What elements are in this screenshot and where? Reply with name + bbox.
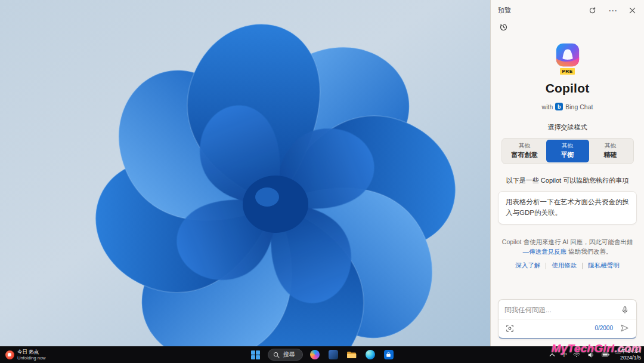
conversation-style-selector: 其他 富有創意 其他 平衡 其他 精確 xyxy=(501,138,634,164)
file-explorer-folder-icon xyxy=(346,351,357,359)
close-button[interactable] xyxy=(628,6,637,15)
bloom-wallpaper-art xyxy=(0,0,490,346)
more-options-button[interactable]: ⋯ xyxy=(607,5,618,16)
watermark: MyTechGirl.com xyxy=(552,342,642,355)
subtitle-prefix: with xyxy=(542,103,553,110)
panel-header: 預覽 ⋯ xyxy=(491,0,644,20)
watermark-tld: .com xyxy=(614,342,642,355)
history-clock-icon xyxy=(499,23,508,32)
tray-date: 2024/1/5 xyxy=(615,355,641,361)
disclaimer-line1: Copilot 會使用來進行 AI 回應，因此可能會出錯 xyxy=(502,238,633,245)
store-bag-icon xyxy=(385,352,392,358)
search-placeholder: 搜尋 xyxy=(283,350,295,359)
style-option-line2: 富有創意 xyxy=(512,150,538,159)
send-feedback-link[interactable]: —傳送意見反應 xyxy=(523,248,567,255)
send-icon xyxy=(620,324,629,333)
screen: 預覽 ⋯ xyxy=(0,0,644,363)
panel-title: 預覽 xyxy=(498,6,511,15)
chat-input-box: 0/2000 xyxy=(498,299,637,339)
microphone-icon xyxy=(621,306,629,314)
refresh-icon xyxy=(589,7,596,14)
disclaimer-line2: 協助我們改善。 xyxy=(568,248,612,255)
subtitle-brand: Bing Chat xyxy=(565,103,593,110)
taskbar-center: 搜尋 xyxy=(249,348,395,361)
store-icon xyxy=(384,350,394,359)
copilot-taskbar-button[interactable] xyxy=(308,348,321,361)
link-separator xyxy=(582,263,583,269)
widget-subheadline: Unfolding now xyxy=(17,355,46,361)
suggestions-label: 以下是一些 Copilot 可以協助您執行的事項 xyxy=(498,176,637,185)
widgets-button[interactable]: 今日 热点 Unfolding now xyxy=(4,348,48,361)
panel-content: PRE Copilot with b Bing Chat 選擇交談樣式 其他 富… xyxy=(491,33,644,299)
style-option-creative[interactable]: 其他 富有創意 xyxy=(503,140,546,162)
character-counter: 0/2000 xyxy=(595,325,613,331)
store-button[interactable] xyxy=(382,348,395,361)
style-option-line1: 其他 xyxy=(605,142,616,150)
footer-links: 深入了解 使用條款 隱私權聲明 xyxy=(498,262,637,270)
suggestion-card[interactable]: 用表格分析一下在艺术方面公共资金的投入与GDP的关联。 xyxy=(498,191,637,224)
chat-input-row xyxy=(499,300,636,319)
history-row xyxy=(491,20,644,33)
terms-of-use-link[interactable]: 使用條款 xyxy=(552,262,577,270)
copilot-colorful-icon xyxy=(310,350,320,359)
microphone-button[interactable] xyxy=(620,304,630,315)
style-option-line1: 其他 xyxy=(562,142,573,150)
watermark-name: MyTechGirl xyxy=(552,342,615,355)
screenshot-button[interactable] xyxy=(504,323,515,334)
edge-icon xyxy=(366,350,375,359)
pre-badge: PRE xyxy=(559,67,577,76)
screenshot-icon xyxy=(506,324,514,333)
windows-logo-icon xyxy=(251,350,260,359)
pinned-app-icon xyxy=(329,350,338,359)
widget-headline: 今日 热点 xyxy=(17,349,46,355)
news-widget-icon xyxy=(5,350,14,359)
chat-input[interactable] xyxy=(504,306,616,313)
copilot-logo-icon xyxy=(554,41,581,69)
disclaimer-line2-wrap: —傳送意見反應 協助我們改善。 xyxy=(498,247,637,257)
taskbar: 今日 热点 Unfolding now 搜尋 xyxy=(0,346,644,363)
style-option-precise[interactable]: 其他 精確 xyxy=(589,140,632,162)
style-option-line2: 平衡 xyxy=(561,150,574,159)
link-separator xyxy=(546,263,546,269)
privacy-statement-link[interactable]: 隱私權聲明 xyxy=(588,262,620,270)
learn-more-link[interactable]: 深入了解 xyxy=(515,262,540,270)
chat-history-button[interactable] xyxy=(498,21,509,33)
start-button[interactable] xyxy=(249,348,262,361)
file-explorer-button[interactable] xyxy=(345,348,358,361)
bing-chat-subtitle: with b Bing Chat xyxy=(498,103,637,110)
conversation-style-label: 選擇交談樣式 xyxy=(498,123,637,132)
ellipsis-icon: ⋯ xyxy=(608,6,617,15)
close-icon xyxy=(629,7,636,14)
send-button[interactable] xyxy=(619,322,630,334)
chat-input-toolbar: 0/2000 xyxy=(499,319,636,338)
bing-icon: b xyxy=(555,103,563,110)
taskbar-search-box[interactable]: 搜尋 xyxy=(268,349,303,361)
style-option-balanced[interactable]: 其他 平衡 xyxy=(546,140,589,162)
search-icon xyxy=(273,352,280,358)
ai-disclaimer: Copilot 會使用來進行 AI 回應，因此可能會出錯 —傳送意見反應 協助我… xyxy=(498,237,637,257)
copilot-title: Copilot xyxy=(498,81,637,96)
edge-button[interactable] xyxy=(364,348,377,361)
pinned-app-button[interactable] xyxy=(327,348,340,361)
copilot-logo-wrap: PRE xyxy=(554,41,581,71)
style-option-line2: 精確 xyxy=(604,150,617,159)
refresh-button[interactable] xyxy=(587,5,597,16)
copilot-panel: 預覽 ⋯ xyxy=(490,0,644,346)
widget-text: 今日 热点 Unfolding now xyxy=(17,349,46,360)
style-option-line1: 其他 xyxy=(519,142,530,150)
panel-header-actions: ⋯ xyxy=(587,5,637,16)
desktop[interactable] xyxy=(0,0,490,346)
